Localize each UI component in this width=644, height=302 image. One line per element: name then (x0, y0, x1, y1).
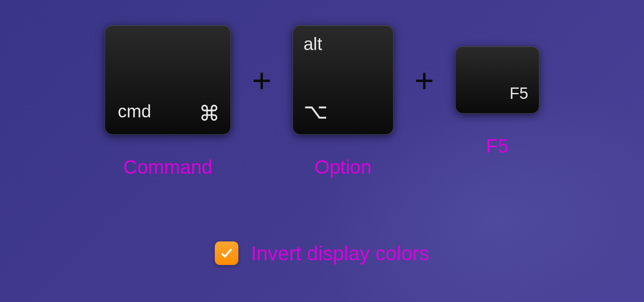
option-label: Option (314, 156, 372, 178)
invert-colors-checkbox[interactable] (215, 241, 238, 265)
command-symbol-icon: ⌘ (199, 101, 220, 126)
keyboard-shortcut-row: cmd ⌘ Command + alt ⌥ Option + F5 F5 (0, 0, 644, 178)
plus-separator-2: + (414, 61, 434, 100)
option-key: alt ⌥ (293, 25, 393, 135)
checkmark-icon (219, 246, 234, 261)
command-label: Command (123, 156, 212, 178)
plus-separator-1: + (252, 61, 272, 100)
command-key-text: cmd (118, 101, 151, 122)
f5-label: F5 (486, 135, 509, 157)
command-key-group: cmd ⌘ Command (105, 25, 231, 178)
invert-colors-label: Invert display colors (251, 242, 429, 265)
f5-key: F5 (455, 46, 539, 114)
f5-key-text: F5 (509, 85, 528, 103)
option-symbol-icon: ⌥ (304, 99, 328, 124)
option-key-group: alt ⌥ Option (293, 25, 393, 178)
option-key-text: alt (304, 34, 322, 54)
option-checkbox-row: Invert display colors (0, 241, 644, 265)
command-key: cmd ⌘ (105, 25, 231, 135)
f5-key-group: F5 F5 (455, 46, 539, 157)
